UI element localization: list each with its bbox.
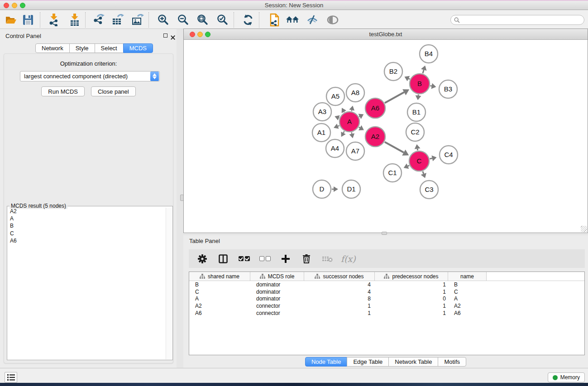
deselect-all-checkboxes-icon[interactable] <box>258 252 272 266</box>
tab-network-table[interactable]: Network Table <box>388 357 438 367</box>
network-canvas[interactable]: AA1A2A3A4A5A6A7A8BB1B2B3B4CC1C2C3C4DD1 <box>184 40 588 233</box>
zoom-fit-icon[interactable] <box>196 13 210 27</box>
status-bar: Memory <box>0 368 588 383</box>
column-header[interactable]: successor nodes <box>304 272 375 281</box>
home-networks-icon[interactable] <box>285 13 300 27</box>
vertical-split-handle[interactable] <box>382 232 387 235</box>
node-table[interactable]: shared name MCDS role successor nodes pr… <box>189 272 585 355</box>
cell-mcds-role[interactable]: connector <box>250 302 304 310</box>
zoom-in-icon[interactable] <box>156 13 171 27</box>
export-table-icon[interactable] <box>110 13 125 27</box>
show-eye-icon[interactable] <box>325 13 340 27</box>
save-session-icon[interactable] <box>21 13 35 27</box>
table-row[interactable]: A6 connector 1 1 A6 <box>189 310 584 317</box>
list-item[interactable]: C <box>8 230 166 237</box>
cell-mcds-role[interactable]: dominator <box>250 288 304 295</box>
tab-mcds[interactable]: MCDS <box>123 43 153 53</box>
cell-predecessor-nodes[interactable]: 1 <box>375 288 448 295</box>
close-panel-button[interactable]: Close panel <box>91 86 136 96</box>
cell-predecessor-nodes[interactable]: 0 <box>375 295 448 302</box>
tab-select[interactable]: Select <box>95 43 124 53</box>
export-image-icon[interactable] <box>130 13 145 27</box>
network-window-titlebar[interactable]: testGlobe.txt <box>184 29 588 40</box>
zoom-window-button[interactable] <box>20 3 25 8</box>
import-network-icon[interactable] <box>47 13 61 27</box>
tab-edge-table[interactable]: Edge Table <box>347 357 389 367</box>
cell-name[interactable]: A2 <box>448 302 487 310</box>
cell-mcds-role[interactable]: dominator <box>250 295 304 302</box>
list-scrollbar[interactable] <box>166 208 172 359</box>
tab-motifs[interactable]: Motifs <box>438 357 466 367</box>
zoom-network-button[interactable] <box>205 32 210 37</box>
column-header[interactable]: MCDS role <box>250 272 304 281</box>
cell-shared-name[interactable]: C <box>189 288 250 295</box>
cell-predecessor-nodes[interactable]: 1 <box>375 281 448 288</box>
cell-predecessor-nodes[interactable]: 1 <box>375 302 448 310</box>
export-network-icon[interactable] <box>91 13 105 27</box>
tab-node-table[interactable]: Node Table <box>305 357 348 367</box>
cell-shared-name[interactable]: A6 <box>189 310 250 317</box>
table-row[interactable]: A2 connector 1 1 A2 <box>189 302 584 310</box>
column-header[interactable]: predecessor nodes <box>375 272 448 281</box>
cell-mcds-role[interactable]: dominator <box>250 281 304 288</box>
table-row[interactable]: C dominator 4 1 C <box>189 288 584 295</box>
column-header[interactable]: name <box>448 272 487 281</box>
column-header[interactable]: shared name <box>189 272 250 281</box>
float-panel-icon[interactable] <box>163 33 167 38</box>
graph-node-label: A7 <box>351 147 359 155</box>
import-table-icon[interactable] <box>67 13 82 27</box>
memory-button[interactable]: Memory <box>548 372 585 382</box>
cell-successor-nodes[interactable]: 1 <box>304 302 375 310</box>
graph-node-label: A5 <box>331 92 339 100</box>
minimize-window-button[interactable] <box>12 3 17 8</box>
cell-shared-name[interactable]: B <box>189 281 250 288</box>
cell-successor-nodes[interactable]: 8 <box>304 295 375 302</box>
column-layout-icon[interactable] <box>216 252 230 266</box>
cell-successor-nodes[interactable]: 4 <box>304 281 375 288</box>
run-mcds-button[interactable]: Run MCDS <box>41 86 85 96</box>
criterion-dropdown[interactable]: largest connected component (directed) <box>20 71 160 81</box>
tab-network[interactable]: Network <box>35 43 70 53</box>
zoom-out-icon[interactable] <box>176 13 191 27</box>
column-type-icon <box>384 274 389 279</box>
network-window-title: testGlobe.txt <box>369 31 402 38</box>
app-titlebar[interactable]: Session: New Session <box>0 1 588 10</box>
select-all-checkboxes-icon[interactable] <box>237 252 251 266</box>
cell-shared-name[interactable]: A <box>189 295 250 302</box>
list-item[interactable]: A2 <box>8 208 166 215</box>
resize-grip-icon[interactable] <box>581 226 587 232</box>
add-column-icon[interactable] <box>278 252 293 266</box>
search-input[interactable] <box>462 17 584 23</box>
close-panel-icon[interactable] <box>171 35 175 40</box>
open-folder-icon[interactable] <box>4 13 18 27</box>
memory-status-icon <box>553 375 558 380</box>
list-item[interactable]: B <box>8 222 166 229</box>
cell-name[interactable]: C <box>448 288 487 295</box>
refresh-layout-icon[interactable] <box>241 13 255 27</box>
search-field[interactable] <box>450 15 584 25</box>
table-row[interactable]: A dominator 8 0 A <box>189 295 584 302</box>
zoom-selected-icon[interactable] <box>215 13 230 27</box>
list-item[interactable]: A6 <box>8 237 166 244</box>
minimize-network-button[interactable] <box>197 32 203 37</box>
task-history-button[interactable] <box>5 372 17 383</box>
network-graph[interactable]: AA1A2A3A4A5A6A7A8BB1B2B3B4CC1C2C3C4DD1 <box>184 40 588 233</box>
cell-successor-nodes[interactable]: 4 <box>304 288 375 295</box>
tab-style[interactable]: Style <box>69 43 95 53</box>
close-network-button[interactable] <box>190 32 195 37</box>
list-item[interactable]: A <box>8 215 166 222</box>
mcds-result-list[interactable]: A2 A B C A6 <box>8 208 166 359</box>
cell-shared-name[interactable]: A2 <box>189 302 250 310</box>
cell-predecessor-nodes[interactable]: 1 <box>375 310 448 317</box>
cell-successor-nodes[interactable]: 1 <box>304 310 375 317</box>
cell-name[interactable]: A <box>448 295 487 302</box>
table-row[interactable]: B dominator 4 1 B <box>189 281 584 288</box>
close-window-button[interactable] <box>4 3 9 8</box>
settings-gear-icon[interactable] <box>195 252 210 266</box>
cell-mcds-role[interactable]: connector <box>250 310 304 317</box>
network-document-icon[interactable] <box>267 13 282 27</box>
cell-name[interactable]: B <box>448 281 487 288</box>
cell-name[interactable]: A6 <box>448 310 487 317</box>
delete-column-icon[interactable] <box>299 252 314 266</box>
hide-panel-icon[interactable] <box>305 13 320 27</box>
